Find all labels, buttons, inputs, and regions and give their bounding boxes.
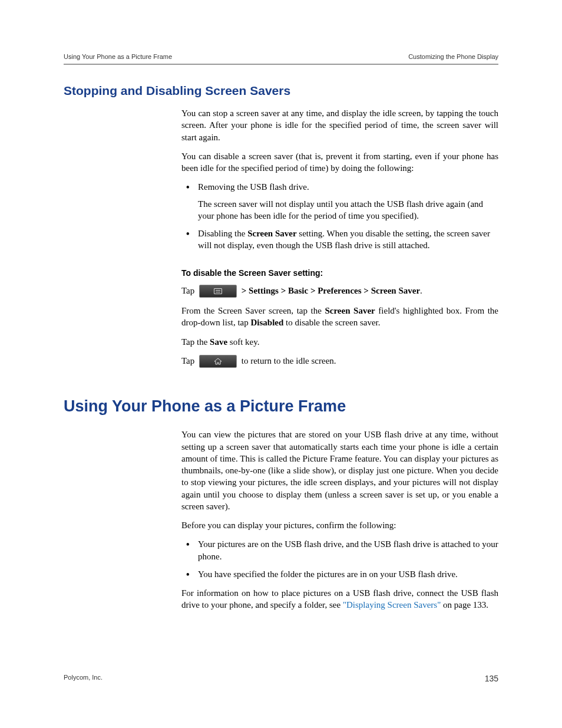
- confirm-bullet-list: Your pictures are on the USB flash drive…: [181, 538, 498, 580]
- step-tap-menu: Tap > Settings > Basic > Preferences > S…: [181, 285, 498, 298]
- menu-button-icon: [199, 285, 237, 298]
- section1-body: You can stop a screen saver at any time,…: [181, 107, 498, 368]
- nav-path: > Settings > Basic > Preferences > Scree…: [239, 286, 420, 295]
- bullet-text: You have specified the folder the pictur…: [198, 569, 458, 579]
- para-more-info: For information on how to place pictures…: [181, 587, 498, 611]
- link-displaying-screen-savers[interactable]: "Displaying Screen Savers": [343, 600, 441, 610]
- home-icon: [214, 358, 222, 365]
- step-screen-saver-select: From the Screen Saver screen, tap the Sc…: [181, 305, 498, 329]
- bullet-text-bold: Screen Saver: [247, 229, 296, 238]
- list-item: Your pictures are on the USB flash drive…: [181, 538, 498, 562]
- disable-bullet-list: Removing the USB flash drive. The screen…: [181, 181, 498, 251]
- bullet-text: Removing the USB flash drive.: [198, 182, 309, 192]
- page-header: Using Your Phone as a Picture Frame Cust…: [64, 53, 498, 60]
- header-divider: [64, 64, 498, 65]
- para-stop-intro: You can stop a screen saver at any time,…: [181, 107, 498, 143]
- main-heading-picture-frame: Using Your Phone as a Picture Frame: [64, 397, 498, 416]
- home-button-icon: [199, 355, 237, 368]
- tap-label-home: Tap: [181, 356, 197, 365]
- section2-body: You can view the pictures that are store…: [181, 429, 498, 611]
- bullet-text: Your pictures are on the USB flash drive…: [198, 539, 498, 561]
- bullet-subpara: The screen saver will not display until …: [198, 198, 498, 222]
- page-footer: Polycom, Inc. 135: [64, 674, 498, 683]
- footer-company: Polycom, Inc.: [64, 674, 103, 683]
- para-picture-frame-intro: You can view the pictures that are store…: [181, 429, 498, 512]
- bullet-text-prefix: Disabling the: [198, 229, 247, 238]
- menu-icon: [214, 288, 222, 294]
- list-item: Removing the USB flash drive. The screen…: [181, 181, 498, 222]
- para-disable-intro: You can disable a screen saver (that is,…: [181, 150, 498, 174]
- step-tap-home: Tap to return to the idle screen.: [181, 355, 498, 368]
- subheading-disable-setting: To disable the Screen Saver setting:: [181, 268, 498, 278]
- return-text: to return to the idle screen.: [239, 356, 336, 365]
- list-item: You have specified the folder the pictur…: [181, 568, 498, 580]
- header-left-text: Using Your Phone as a Picture Frame: [64, 53, 172, 60]
- page-number: 135: [485, 674, 498, 683]
- nav-path-end: .: [420, 286, 422, 295]
- header-right-text: Customizing the Phone Display: [408, 53, 498, 60]
- para-confirm: Before you can display your pictures, co…: [181, 519, 498, 531]
- tap-label: Tap: [181, 286, 197, 295]
- step-tap-save: Tap the Save soft key.: [181, 336, 498, 348]
- section-heading-stopping: Stopping and Disabling Screen Savers: [64, 84, 498, 98]
- list-item: Disabling the Screen Saver setting. When…: [181, 228, 498, 252]
